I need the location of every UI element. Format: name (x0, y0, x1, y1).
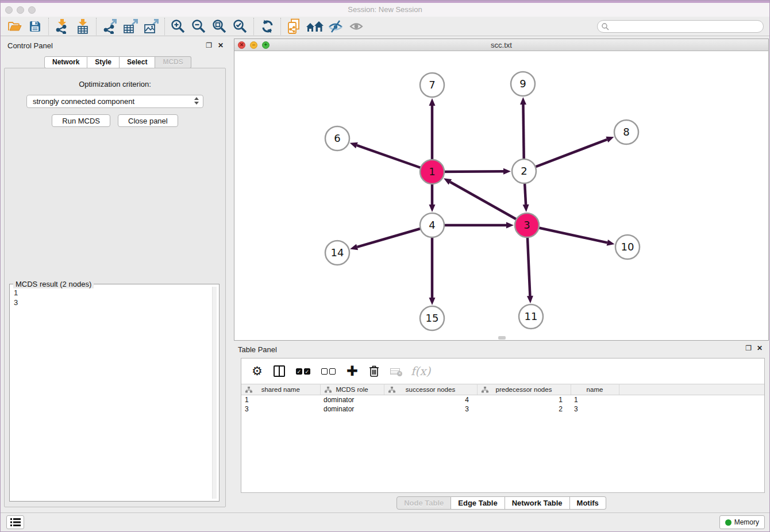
tab-node-table[interactable]: Node Table (396, 496, 451, 510)
graph-node-label: 8 (623, 126, 629, 138)
column-header-MCDS-role[interactable]: MCDS role (320, 384, 384, 395)
add-column-icon[interactable]: ✚ (346, 364, 358, 378)
function-builder-icon: f(x) (411, 364, 430, 378)
zoom-in-button[interactable] (168, 18, 188, 35)
table-cell[interactable]: dominator (320, 404, 384, 414)
refresh-button[interactable] (257, 18, 278, 35)
list-icon (10, 518, 21, 526)
table-cell[interactable]: 1 (571, 395, 619, 404)
arrowhead-icon (429, 205, 436, 212)
export-image-icon (144, 19, 159, 34)
tab-edge-table[interactable]: Edge Table (451, 496, 505, 510)
column-header-successor-nodes[interactable]: successor nodes (384, 384, 477, 395)
graph-node-label: 15 (426, 312, 439, 324)
column-header-label: predecessor nodes (496, 386, 552, 393)
export-network-button[interactable] (99, 18, 120, 35)
save-icon (29, 20, 41, 33)
network-window-titlebar[interactable]: ✕ − + scc.txt (234, 39, 768, 51)
export-table-icon (123, 19, 138, 34)
graph-node-label: 14 (331, 246, 344, 259)
zoom-fit-icon (212, 19, 227, 34)
first-neighbors-button[interactable] (305, 18, 325, 35)
open-session-button[interactable] (4, 18, 25, 35)
mcds-result-box: MCDS result (2 nodes) 1 3 (9, 284, 220, 502)
tab-motifs[interactable]: Motifs (570, 496, 606, 510)
dropdown-stepper-icon (194, 97, 199, 105)
zoom-in-icon (171, 19, 186, 34)
node-table[interactable]: shared nameMCDS rolesuccessor nodesprede… (241, 384, 764, 414)
search-input[interactable] (597, 20, 764, 33)
tab-mcds[interactable]: MCDS (155, 56, 191, 68)
table-cell[interactable]: 4 (384, 395, 477, 404)
zoom-fit-button[interactable] (209, 18, 230, 35)
graph-node-label: 2 (521, 165, 527, 177)
gear-icon[interactable]: ⚙ (252, 365, 263, 377)
node-table-container: ⚙ ✓✓ ✚ f(x) (241, 358, 765, 493)
network-view-window: ✕ − + scc.txt 7968124314101511 (234, 38, 769, 341)
optimization-criterion-select[interactable]: strongly connected component (26, 95, 203, 108)
import-network-button[interactable] (52, 18, 72, 35)
new-network-from-selection-icon (287, 18, 302, 34)
table-cell-filler (619, 395, 764, 404)
control-panel-title: Control Panel (7, 41, 53, 50)
close-panel-icon[interactable]: ✕ (218, 41, 224, 49)
edge-3-1[interactable] (450, 182, 527, 225)
control-panel: Control Panel ❐ ✕ Network Style Select M… (1, 36, 230, 512)
delete-table-icon (390, 368, 400, 375)
column-header-predecessor-nodes[interactable]: predecessor nodes (477, 384, 571, 395)
refresh-icon (260, 20, 275, 33)
hide-selected-button[interactable] (325, 18, 346, 35)
column-header-label: MCDS role (336, 386, 368, 393)
table-cell[interactable]: 1 (241, 395, 320, 404)
table-cell[interactable]: 3 (571, 404, 619, 414)
table-row[interactable]: 1dominator411 (241, 395, 764, 404)
new-network-from-selection-button[interactable] (284, 18, 305, 35)
canvas-splitter-handle[interactable] (498, 336, 506, 340)
table-toolbar: ⚙ ✓✓ ✚ f(x) (241, 358, 764, 384)
export-table-button[interactable] (120, 18, 141, 35)
column-view-icon[interactable] (274, 365, 285, 377)
table-cell[interactable]: 3 (384, 404, 477, 414)
memory-button[interactable]: Memory (719, 515, 765, 529)
table-header-row[interactable]: shared nameMCDS rolesuccessor nodesprede… (241, 384, 764, 395)
table-cell[interactable]: 1 (477, 395, 571, 404)
float-panel-icon[interactable]: ❐ (206, 41, 212, 49)
close-table-panel-icon[interactable]: ✕ (757, 344, 763, 352)
tab-select[interactable]: Select (120, 56, 155, 68)
zoom-selected-button[interactable] (230, 18, 251, 35)
float-table-panel-icon[interactable]: ❐ (745, 344, 752, 352)
import-table-button[interactable] (72, 18, 93, 35)
table-cell[interactable]: 3 (241, 404, 320, 414)
first-neighbors-icon (306, 20, 324, 33)
deselect-all-icon[interactable] (321, 368, 336, 375)
result-scrollbar[interactable] (212, 287, 217, 499)
mcds-result-text[interactable]: 1 3 (14, 288, 210, 307)
graph-node-label: 9 (519, 78, 526, 90)
main-toolbar (1, 17, 769, 36)
export-image-button[interactable] (141, 18, 161, 35)
task-history-button[interactable] (6, 515, 24, 529)
close-panel-button[interactable]: Close panel (118, 114, 178, 127)
toolbar-separator (253, 18, 254, 35)
network-canvas[interactable]: 7968124314101511 (234, 51, 768, 340)
delete-column-icon[interactable] (369, 365, 379, 377)
network-graph[interactable]: 7968124314101511 (234, 51, 768, 340)
table-row[interactable]: 3dominator323 (241, 404, 764, 414)
edge-2-8[interactable] (524, 140, 607, 171)
tab-network[interactable]: Network (44, 56, 87, 68)
tab-style[interactable]: Style (87, 56, 120, 68)
column-header-shared-name[interactable]: shared name (241, 384, 320, 395)
table-cell[interactable]: 2 (477, 404, 571, 414)
run-mcds-button[interactable]: Run MCDS (52, 114, 110, 127)
tab-network-table[interactable]: Network Table (505, 496, 570, 510)
save-session-button[interactable] (25, 18, 45, 35)
show-all-button[interactable] (346, 18, 367, 35)
zoom-out-button[interactable] (188, 18, 209, 35)
select-all-icon[interactable]: ✓✓ (296, 368, 310, 375)
arrowhead-icon (350, 142, 358, 148)
arrowhead-icon (527, 296, 533, 303)
toolbar-separator (164, 18, 165, 35)
column-header-name[interactable]: name (571, 384, 619, 395)
column-header-label: name (587, 386, 603, 393)
table-cell[interactable]: dominator (320, 395, 384, 404)
